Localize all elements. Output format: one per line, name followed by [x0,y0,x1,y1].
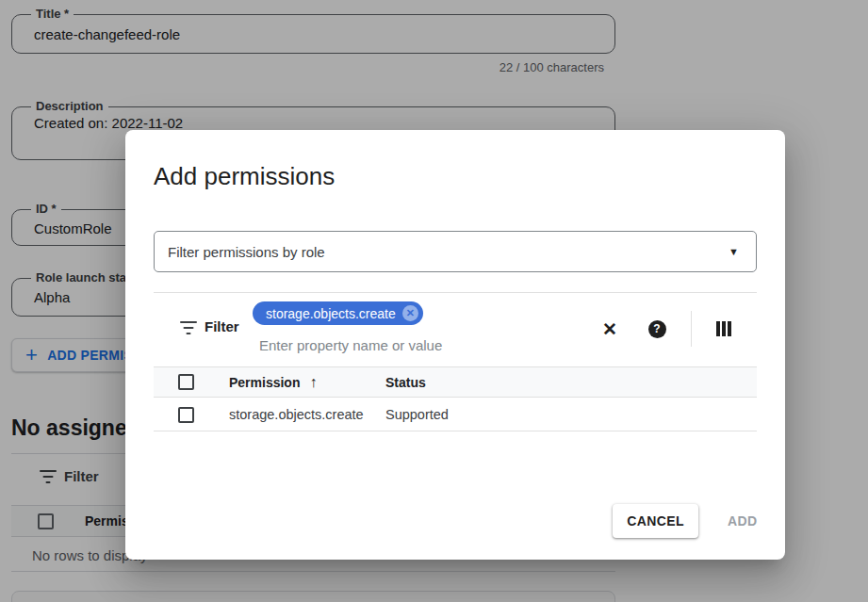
row-permission: storage.objects.create [229,407,385,422]
column-display-icon[interactable] [711,316,737,342]
filter-by-role-dropdown[interactable]: Filter permissions by role ▼ [154,231,757,272]
funnel-icon [180,321,197,334]
permission-table-row[interactable]: storage.objects.create Supported [154,399,757,431]
modal-filter-input[interactable]: Enter property name or value [259,337,442,353]
divider [154,292,757,293]
column-status: Status [385,375,426,390]
modal-filter-label: Filter [205,318,239,334]
row-status: Supported [385,407,449,422]
filter-chip[interactable]: storage.objects.create ✕ [253,301,423,325]
filter-by-role-dropdown-value: Filter permissions by role [168,244,729,260]
cancel-button[interactable]: CANCEL [613,504,698,538]
dialog-title: Add permissions [154,162,335,191]
help-icon[interactable]: ? [644,316,670,342]
add-permissions-dialog: Add permissions Filter permissions by ro… [125,130,785,560]
permissions-table-header: Permission ↑ Status [154,366,757,398]
add-button[interactable]: ADD [720,504,765,538]
column-permission[interactable]: Permission [229,375,300,390]
clear-filters-icon[interactable]: ✕ [597,316,623,342]
filter-chip-label: storage.objects.create [266,306,396,321]
row-checkbox[interactable] [178,407,194,423]
divider [691,311,692,347]
sort-ascending-icon[interactable]: ↑ [309,374,317,391]
select-all-checkbox[interactable] [178,374,194,390]
chevron-down-icon: ▼ [729,246,739,257]
chip-remove-icon[interactable]: ✕ [402,305,418,321]
